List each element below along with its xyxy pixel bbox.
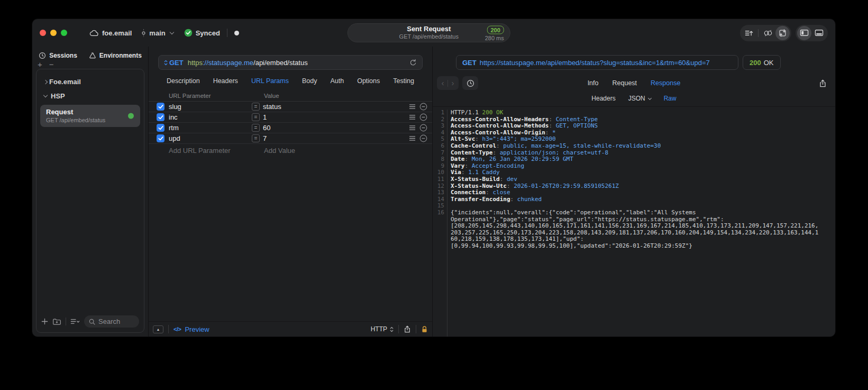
sent-url: https://statuspage.me/api/embed/status?s… [480,59,710,67]
tab-options[interactable]: Options [357,77,380,85]
request-editor-footer: ▲ </> Preview HTTP [149,321,432,337]
share-icon[interactable] [404,325,411,333]
footer-divider [416,325,416,333]
response-text: HTTP/1.1 200 OKAccess-Control-Allow-Head… [447,110,818,337]
equals-icon: = [252,134,260,142]
response-line: [0,99.94,100,99.93,99.98,99.95,100],"upd… [451,243,818,250]
sync-status[interactable]: Synced [184,29,220,37]
history-back-button[interactable]: ‹ [438,77,447,89]
sidebar-search-input[interactable]: Search [84,315,139,328]
sent-request-summary[interactable]: Sent Request GET /api/embed/status 200 2… [348,23,510,42]
param-value-field[interactable]: 7 [263,134,409,142]
sent-request-line[interactable]: GEThttps://statuspage.me/api/embed/statu… [456,55,738,70]
add-request-icon[interactable] [41,318,48,325]
param-name-field[interactable]: upd [169,134,252,142]
remove-param-icon[interactable] [419,103,427,111]
remove-session-button[interactable]: − [49,61,54,68]
history-forward-button[interactable]: › [448,77,458,89]
sync-loops-button[interactable] [761,26,775,40]
line-number: 16 [433,210,444,216]
import-request-button[interactable] [775,26,790,40]
sort-list-icon[interactable] [70,318,80,325]
http-version-selector[interactable]: HTTP [371,325,394,333]
response-viewer: GEThttps://statuspage.me/api/embed/statu… [433,47,835,337]
request-order-button[interactable] [742,26,756,40]
add-session-button[interactable]: + [38,61,42,68]
remove-param-icon[interactable] [419,113,427,121]
export-response-button[interactable] [819,79,827,88]
preview-button[interactable]: </> Preview [173,325,209,333]
response-tabs: InfoRequestResponse [433,79,835,87]
desktop: foe.email main Synced Sent Request GET /… [0,0,868,390]
branch-switcher[interactable]: main [141,29,173,37]
param-checkbox[interactable] [157,134,165,142]
request-url-text[interactable]: https://statuspage.me/api/embed/status [188,59,308,67]
history-button[interactable] [462,76,478,90]
sessions-clock-icon [39,52,46,59]
param-checkbox[interactable] [157,103,165,111]
reorder-lines-icon[interactable] [409,114,416,120]
tab-json[interactable]: JSON [628,95,651,102]
add-value-button[interactable]: Add Value [264,147,295,155]
remove-param-icon[interactable] [419,134,427,142]
reorder-lines-icon[interactable] [409,135,416,141]
param-checkbox[interactable] [157,113,165,121]
close-window-button[interactable] [40,30,46,36]
param-name-field[interactable]: rtm [169,124,252,132]
param-name-field[interactable]: slug [169,103,252,111]
request-item-title: Request [46,108,134,116]
status-dot [234,31,239,35]
column-value: Value [264,93,279,99]
tab-headers[interactable]: Headers [591,95,615,102]
collapse-panel-button[interactable]: ▲ [153,325,163,333]
method-selector[interactable]: GET [164,59,184,67]
tab-auth[interactable]: Auth [330,77,344,85]
fullscreen-window-button[interactable] [61,30,67,36]
add-url-parameter-button[interactable]: Add URL Parameter [169,147,264,155]
tab-response[interactable]: Response [651,79,680,87]
line-number: 8 [433,156,444,163]
tab-body[interactable]: Body [302,77,317,85]
param-value-field[interactable]: 1 [263,113,409,121]
minimize-window-button[interactable] [50,30,57,36]
resend-refresh-icon[interactable] [409,59,417,67]
param-name-field[interactable]: inc [169,113,252,121]
project-switcher[interactable]: foe.email [89,29,132,37]
raw-response-view[interactable]: 12345678910111213141516 HTTP/1.1 200 OKA… [433,106,835,337]
reorder-lines-icon[interactable] [409,104,416,110]
reorder-lines-icon[interactable] [409,125,416,131]
sessions-panel: Foe.email HSP Request GET /api/embed/sta… [36,69,144,333]
ssl-lock-icon[interactable] [421,325,428,333]
tree-group-hsp[interactable]: HSP [36,89,144,103]
tab-info[interactable]: Info [588,79,599,87]
url-param-row: upd = 7 [149,133,432,144]
tab-sessions[interactable]: Sessions [39,52,77,59]
url-path: /api/embed/status [253,59,308,67]
equals-icon: = [252,113,260,121]
tree-group-foe-email[interactable]: Foe.email [36,75,144,89]
toggle-sidebar-button[interactable] [797,26,811,40]
method-updown-icon [164,60,168,66]
tab-description[interactable]: Description [167,77,200,85]
param-checkbox[interactable] [157,124,165,132]
remove-param-icon[interactable] [419,124,427,132]
tab-headers[interactable]: Headers [213,77,238,85]
history-nav: ‹ › [437,76,459,90]
tab-testing[interactable]: Testing [393,77,414,85]
param-value-field[interactable]: 60 [263,124,409,132]
toggle-bottom-panel-button[interactable] [812,26,826,40]
tab-raw[interactable]: Raw [664,95,677,102]
cloud-icon [89,30,99,37]
line-number-gutter: 12345678910111213141516 [433,110,447,337]
tab-environments[interactable]: Environments [89,52,142,59]
request-list-item-selected[interactable]: Request GET /api/embed/status [40,105,140,127]
tab-url-params[interactable]: URL Params [251,77,289,85]
sidebar: Sessions Environments + − Foe.email [32,47,149,337]
toolbar-divider [758,29,759,37]
param-value-field[interactable]: status [263,103,409,111]
summary-title: Sent Request [399,25,459,33]
request-url-bar[interactable]: GET https://statuspage.me/api/embed/stat… [158,55,423,70]
new-group-folder-icon[interactable] [52,318,61,325]
tab-request[interactable]: Request [613,79,637,87]
line-number [433,236,444,243]
